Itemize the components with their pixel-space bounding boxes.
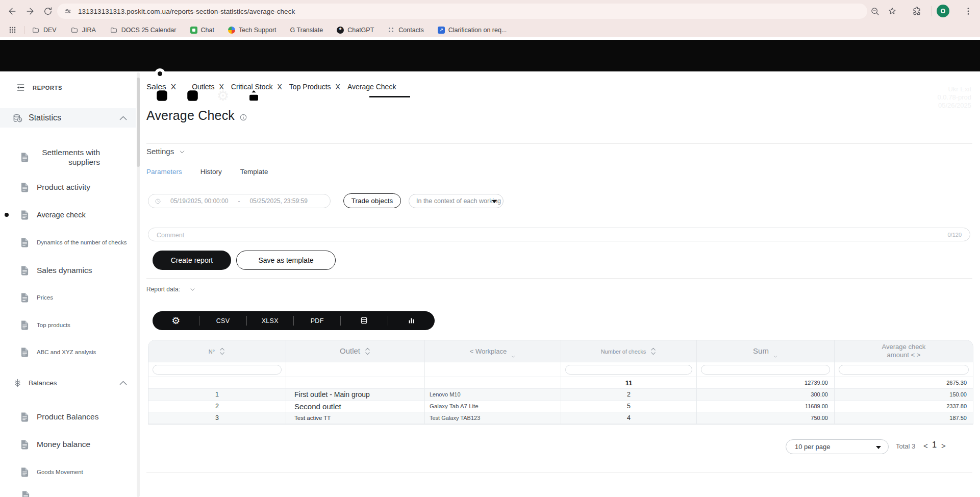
zoom-indicator-icon[interactable]: [870, 6, 880, 16]
date-range-input[interactable]: 05/19/2025, 00:00:00 - 05/25/2025, 23:59…: [148, 194, 331, 208]
bookmark-contacts[interactable]: Contacts: [388, 27, 423, 34]
cell-text: First outlet - Main group: [294, 390, 370, 399]
active-nav-dot: [155, 68, 165, 79]
tab-template[interactable]: Template: [240, 168, 268, 176]
bookmark-tech-support[interactable]: Tech Support: [228, 27, 277, 34]
totals-cell: 12739.00: [697, 377, 835, 389]
sidebar-title: REPORTS: [33, 85, 62, 91]
divider: [146, 278, 972, 279]
chat-icon: [190, 27, 197, 34]
report-tab-outlets[interactable]: OutletsX: [192, 83, 224, 91]
extensions-button[interactable]: [912, 6, 922, 16]
database-icon: [359, 316, 369, 326]
sidebar-item-prices[interactable]: Prices: [20, 287, 132, 308]
reload-button[interactable]: [43, 6, 53, 16]
forward-button[interactable]: [25, 6, 35, 16]
current-page[interactable]: 1: [932, 440, 937, 450]
export-settings-gear-button[interactable]: ⚙: [153, 311, 199, 330]
export-database-button[interactable]: [341, 311, 387, 330]
report-tab-top-products[interactable]: Top ProductsX: [289, 83, 340, 91]
report-tab-sales[interactable]: SalesX: [146, 82, 176, 91]
export-pdf-button[interactable]: PDF: [294, 311, 340, 330]
cell-text: 1: [215, 391, 219, 398]
sidebar-item-goods-movement[interactable]: Goods Movement: [20, 462, 132, 482]
settings-toggle[interactable]: Settings: [146, 147, 185, 156]
totals-cell: 11: [561, 377, 697, 389]
filter-input-col3[interactable]: [565, 365, 692, 375]
tab-close-button[interactable]: X: [336, 83, 340, 91]
bookmark-label: Clarification on req...: [448, 27, 507, 34]
next-page-button[interactable]: >: [941, 441, 946, 450]
report-tabs: SalesXOutletsXCritical StockXTop Product…: [146, 82, 396, 91]
address-bar[interactable]: 131313131313.poskit.com.ua/reports-secti…: [57, 4, 867, 19]
per-page-select[interactable]: 10 per page: [786, 439, 889, 454]
sidebar-item-sales-dynamics[interactable]: Sales dynamics: [20, 260, 132, 281]
bookmark-chat[interactable]: Chat: [190, 27, 214, 34]
chevron-up-icon: [118, 378, 129, 388]
chevron-up-icon: [118, 113, 129, 123]
column-header-average-check[interactable]: Average checkamount < >: [835, 340, 973, 362]
sidebar-item-money-balance[interactable]: Money balance: [20, 434, 132, 455]
cell-text: 300.00: [811, 391, 828, 397]
cell-text: 3: [215, 414, 219, 421]
column-header-n[interactable]: N°: [148, 340, 286, 362]
bookmark-star-button[interactable]: [887, 6, 897, 16]
column-header-number-of-checks[interactable]: Number of checks: [561, 340, 697, 362]
sidebar-item-label: Sales dynamics: [37, 266, 92, 275]
filter-input-col5[interactable]: [839, 365, 969, 375]
sidebar-item-label: Product activity: [37, 183, 90, 192]
prev-page-button[interactable]: <: [923, 441, 928, 450]
balances-icon: [12, 378, 23, 388]
site-settings-icon[interactable]: [64, 7, 72, 15]
back-button[interactable]: [7, 6, 17, 16]
export-csv-button[interactable]: CSV: [199, 311, 246, 330]
report-data-toggle[interactable]: Report data:: [146, 286, 195, 293]
bookmark-docs-25-calendar[interactable]: DOCS 25 Calendar: [110, 26, 177, 34]
active-tab-indicator: [369, 96, 410, 97]
save-as-template-button[interactable]: Save as template: [236, 251, 336, 270]
sidebar-section-balances[interactable]: Balances: [0, 373, 136, 392]
comment-input[interactable]: [156, 229, 913, 241]
sidebar-item-average-check[interactable]: Average check: [20, 205, 132, 225]
filter-input-col4[interactable]: [701, 365, 830, 375]
tab-close-button[interactable]: X: [171, 82, 176, 91]
sidebar-item-product-balances[interactable]: Product Balances: [20, 407, 132, 427]
browser-menu-button[interactable]: [963, 6, 973, 16]
export-xlsx-button[interactable]: XLSX: [247, 311, 293, 330]
bookmark-g-translate[interactable]: G Translate: [290, 27, 323, 34]
tab-group: SalesX: [146, 82, 176, 91]
sidebar-item-product-activity[interactable]: Product activity: [20, 177, 132, 197]
tab-close-button[interactable]: X: [278, 83, 282, 91]
sidebar-item-dynamics-of-the-number-of-checks[interactable]: Dynamics of the number of checks: [20, 232, 132, 253]
apps-grid-icon[interactable]: [8, 26, 17, 34]
tab-parameters[interactable]: Parameters: [146, 168, 182, 176]
sidebar-header[interactable]: REPORTS: [15, 82, 62, 93]
sidebar-section-statistics[interactable]: Statistics: [0, 108, 136, 128]
bookmark-dev[interactable]: DEV: [32, 26, 57, 34]
export-bar-chart-button[interactable]: [388, 311, 435, 330]
column-header-outlet[interactable]: Outlet: [286, 340, 425, 362]
filter-input-col0[interactable]: [153, 365, 282, 375]
column-header-sum[interactable]: Sum: [697, 340, 835, 362]
header-text: N°: [209, 349, 215, 355]
tab-close-button[interactable]: X: [219, 83, 223, 91]
sidebar-item-abc-and-xyz-analysis[interactable]: ABC and XYZ analysis: [20, 342, 132, 362]
language-switcher[interactable]: Ukr: [948, 85, 958, 93]
tab-history[interactable]: History: [200, 168, 222, 176]
profile-avatar[interactable]: O: [937, 5, 949, 17]
bookmark-chatgpt[interactable]: *ChatGPT: [337, 27, 374, 34]
sidebar-item-settlements-with-suppliers[interactable]: Settlements with suppliers: [20, 145, 132, 169]
tab-label: Outlets: [192, 83, 214, 91]
info-icon[interactable]: [239, 113, 248, 122]
report-tab-average-check[interactable]: Average Check: [347, 83, 396, 91]
bookmark-clarification-on-req[interactable]: ↗Clarification on req...: [438, 27, 507, 34]
create-report-button[interactable]: Create report: [153, 251, 231, 270]
trade-objects-button[interactable]: Trade objects: [343, 193, 401, 208]
context-select[interactable]: In the context of each working: [409, 194, 504, 208]
sidebar-item-top-products[interactable]: Top products: [20, 315, 132, 335]
report-tab-critical-stock[interactable]: Critical StockX: [231, 83, 282, 91]
sidebar-scrollbar-thumb[interactable]: [137, 78, 140, 167]
column-header-workplace[interactable]: < Workplace: [425, 340, 561, 362]
exit-button[interactable]: Exit: [960, 85, 971, 93]
bookmark-jira[interactable]: JIRA: [70, 26, 96, 34]
